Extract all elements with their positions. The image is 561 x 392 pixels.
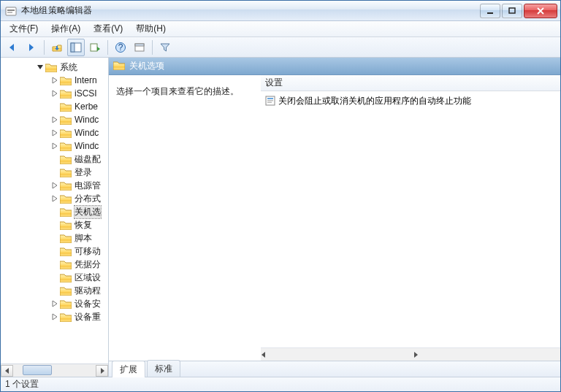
policy-tree[interactable]: 系统 InterniSCSIKerbeWindcWindcWindc磁盘配登录电… xyxy=(1,58,108,364)
scroll-left-button[interactable] xyxy=(1,365,13,377)
menu-help[interactable]: 帮助(H) xyxy=(130,21,172,36)
filter-icon xyxy=(160,42,170,53)
tree-node[interactable]: 登录 xyxy=(11,166,108,179)
menubar: 文件(F) 操作(A) 查看(V) 帮助(H) xyxy=(1,21,560,37)
expand-icon[interactable] xyxy=(50,89,59,98)
folder-icon xyxy=(60,207,72,217)
tree-hscrollbar[interactable] xyxy=(1,364,108,377)
expand-placeholder xyxy=(50,220,59,229)
expand-icon[interactable] xyxy=(50,194,59,203)
tree-node[interactable]: 关机选 xyxy=(11,205,108,218)
statusbar: 1 个设置 xyxy=(1,377,560,391)
show-tree-button[interactable] xyxy=(67,39,85,56)
menu-view[interactable]: 查看(V) xyxy=(88,21,129,36)
tree-node-label: 设备重 xyxy=(75,311,101,323)
scroll-left-button[interactable] xyxy=(261,350,267,360)
tree-node[interactable]: 设备安 xyxy=(11,297,108,310)
expand-placeholder xyxy=(50,155,59,164)
details-title: 关机选项 xyxy=(129,60,164,72)
expand-placeholder xyxy=(50,102,59,111)
minimize-button[interactable] xyxy=(480,4,500,18)
svg-rect-7 xyxy=(91,44,97,51)
tree-node[interactable]: Windc xyxy=(11,139,108,153)
scroll-right-button[interactable] xyxy=(413,350,419,360)
tree-node-label: Windc xyxy=(75,141,99,151)
tree-node-label: 凭据分 xyxy=(75,258,101,271)
tree-node[interactable]: 分布式 xyxy=(11,192,108,205)
forward-arrow-icon xyxy=(26,42,37,53)
menu-file[interactable]: 文件(F) xyxy=(4,21,44,36)
tree-node[interactable]: Windc xyxy=(11,126,108,139)
expand-icon[interactable] xyxy=(50,115,59,124)
app-icon xyxy=(5,5,17,17)
setting-item[interactable]: 关闭会阻止或取消关机的应用程序的自动终止功能 xyxy=(265,94,559,107)
tree-node[interactable]: Windc xyxy=(11,113,108,126)
properties-icon xyxy=(134,42,145,53)
folder-icon xyxy=(60,76,72,85)
expand-placeholder xyxy=(50,207,59,216)
filter-button[interactable] xyxy=(156,39,174,56)
scroll-right-button[interactable] xyxy=(96,365,108,377)
folder-icon xyxy=(60,247,72,256)
description-column: 选择一个项目来查看它的描述。 xyxy=(109,75,261,361)
tree-node[interactable]: 可移动 xyxy=(11,245,108,258)
tree-node-label: iSCSI xyxy=(75,88,97,99)
folder-icon xyxy=(60,115,72,125)
tree-node[interactable]: 恢复 xyxy=(11,218,108,231)
expand-icon[interactable] xyxy=(50,312,59,321)
folder-icon xyxy=(60,220,72,230)
folder-icon xyxy=(60,312,72,322)
expand-icon[interactable] xyxy=(50,128,59,137)
tree-node-label: 脚本 xyxy=(75,232,92,245)
view-tabs: 扩展 标准 xyxy=(109,361,560,377)
folder-icon xyxy=(60,155,72,164)
export-list-button[interactable] xyxy=(86,39,104,56)
settings-rows: 关闭会阻止或取消关机的应用程序的自动终止功能 xyxy=(261,91,560,347)
svg-rect-3 xyxy=(487,12,493,14)
details-pane: 关机选项 选择一个项目来查看它的描述。 设置 关闭会阻止或取消关机的应用程序的自… xyxy=(109,58,560,377)
back-button[interactable] xyxy=(4,39,21,56)
expand-icon[interactable] xyxy=(50,299,59,308)
tree-node[interactable]: iSCSI xyxy=(11,87,108,100)
settings-column-header[interactable]: 设置 xyxy=(261,75,560,91)
tree-node[interactable]: 磁盘配 xyxy=(11,153,108,166)
tree-node[interactable]: 驱动程 xyxy=(11,284,108,297)
settings-list-column: 设置 关闭会阻止或取消关机的应用程序的自动终止功能 xyxy=(261,75,560,361)
tree-node-label: 恢复 xyxy=(75,219,92,231)
forward-button[interactable] xyxy=(23,39,40,56)
tree-node[interactable]: 设备重 xyxy=(11,310,108,323)
maximize-button[interactable] xyxy=(502,4,522,18)
tab-extended[interactable]: 扩展 xyxy=(112,361,145,377)
expand-icon[interactable] xyxy=(50,76,59,85)
help-button[interactable]: ? xyxy=(112,39,129,56)
scroll-track[interactable] xyxy=(14,365,95,377)
column-header-label: 设置 xyxy=(265,77,283,89)
scroll-thumb[interactable] xyxy=(23,365,52,375)
svg-rect-15 xyxy=(267,102,272,104)
tree-node[interactable]: 区域设 xyxy=(11,271,108,284)
expand-placeholder xyxy=(50,168,59,177)
tree-node-label: 可移动 xyxy=(75,245,101,258)
properties-button[interactable] xyxy=(131,39,148,56)
setting-item-icon xyxy=(265,96,275,106)
close-button[interactable] xyxy=(524,4,557,18)
tree-node-root[interactable]: 系统 xyxy=(1,61,108,74)
collapse-icon[interactable] xyxy=(36,63,45,72)
tree-node-label: 分布式 xyxy=(75,193,101,205)
tree-node[interactable]: Intern xyxy=(11,74,108,87)
details-body: 选择一个项目来查看它的描述。 设置 关闭会阻止或取消关机的应用程序的自动终止功能 xyxy=(109,75,560,361)
expand-placeholder xyxy=(50,286,59,295)
tree-node[interactable]: 脚本 xyxy=(11,231,108,245)
tree-node-label: 设备安 xyxy=(75,298,101,310)
expand-icon[interactable] xyxy=(50,181,59,190)
tree-node[interactable]: 凭据分 xyxy=(11,258,108,271)
expand-icon[interactable] xyxy=(50,142,59,150)
tree-node[interactable]: 电源管 xyxy=(11,179,108,192)
expand-placeholder xyxy=(50,273,59,282)
tab-standard[interactable]: 标准 xyxy=(147,360,180,377)
menu-action[interactable]: 操作(A) xyxy=(45,21,86,36)
tree-node[interactable]: Kerbe xyxy=(11,100,108,113)
folder-icon xyxy=(113,61,125,72)
list-hscrollbar[interactable] xyxy=(261,347,560,361)
up-button[interactable] xyxy=(48,39,66,56)
